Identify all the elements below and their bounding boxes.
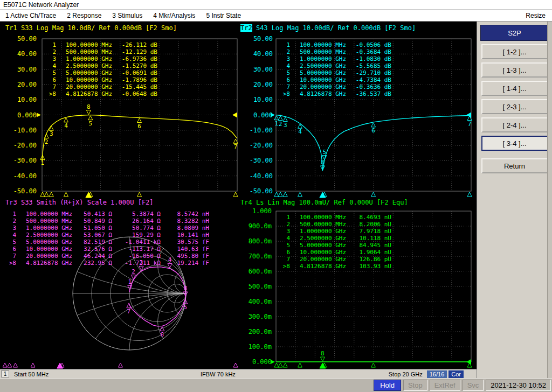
tr2-ref-arrow-left bbox=[271, 113, 275, 117]
softkey-1-2[interactable]: [ 1-2 ]... bbox=[481, 44, 548, 59]
tr2-stim-marker-2[interactable] bbox=[278, 192, 282, 197]
points-badge: 16/16 bbox=[427, 370, 447, 378]
tr3-stim-marker-6[interactable] bbox=[118, 363, 122, 367]
tr1-marker-row: 31.0000000 GHz-6.9736 dB bbox=[45, 55, 157, 62]
tr4-stim-marker-6[interactable] bbox=[371, 363, 376, 367]
channel-number: 1 bbox=[1, 370, 9, 377]
window-title: E5071C Network Analyzer bbox=[3, 1, 79, 9]
tr2-marker-label-3: 3 bbox=[284, 122, 287, 129]
tr1-marker-5 bbox=[88, 116, 93, 120]
tr3-marker-label-7: 7 bbox=[127, 308, 131, 315]
tr3-marker-label-8: 8 bbox=[184, 285, 188, 292]
tr1-ytick: 0.000 bbox=[17, 111, 37, 119]
tr1-ytick: 10.00 bbox=[17, 96, 37, 103]
tr1-marker-table: 1100.00000 MHz-26.112 dB2500.00000 MHz-1… bbox=[45, 41, 157, 97]
menu-active-ch-trace[interactable]: 1 Active Ch/Trace bbox=[0, 11, 61, 20]
tr4-ytick: 800.0m bbox=[249, 237, 272, 245]
menu-instr-state[interactable]: 5 Instr State bbox=[201, 11, 246, 20]
tr2-ytick: -50.00 bbox=[250, 187, 273, 195]
tr1-ytick: -40.00 bbox=[13, 172, 37, 180]
svc-status: Svc bbox=[463, 380, 484, 391]
tr1-marker-4 bbox=[64, 118, 68, 122]
tr1-ref-arrow-left bbox=[37, 113, 41, 117]
tr1-ytick: 50.00 bbox=[17, 35, 37, 43]
softkey-3-4[interactable]: [ 3-4 ]... bbox=[481, 136, 548, 151]
hold-status: Hold bbox=[374, 380, 401, 391]
tr4-stim-marker-1[interactable] bbox=[274, 363, 279, 367]
tr2-marker-row: 610.000000 GHz-4.7384 dB bbox=[279, 76, 391, 83]
tr2-title: Tr2 S43 Log Mag 10.00dB/ Ref 0.000dB [F2… bbox=[240, 24, 416, 32]
tr2-stim-marker-7[interactable] bbox=[467, 192, 472, 197]
analyzer-screen: 50.0040.0030.0020.0010.000.000-10.00-20.… bbox=[0, 22, 477, 369]
tr2-stim-marker-3[interactable] bbox=[283, 192, 287, 197]
system-bar: Hold Stop ExtRef Svc 2021-12-30 10:52 bbox=[0, 378, 552, 392]
tr4-stim-marker-4[interactable] bbox=[298, 363, 302, 367]
tr3-title: Tr3 S33 Smith (R+jX) Scale 1.000U [F2] bbox=[5, 199, 154, 206]
tr1-ytick: -20.00 bbox=[13, 142, 37, 149]
tr3-trace bbox=[129, 267, 185, 326]
tr4-stimulus-markers bbox=[274, 363, 472, 368]
tr2-stim-marker-6[interactable] bbox=[371, 192, 376, 197]
tr2-ytick: -40.00 bbox=[250, 172, 273, 180]
softkey-2-4[interactable]: [ 2-4 ]... bbox=[481, 117, 548, 132]
stop-status: Stop bbox=[403, 380, 427, 391]
tr3-stimulus-markers bbox=[3, 363, 238, 368]
tr1-marker-8 bbox=[86, 110, 91, 115]
correction-badge: Cor bbox=[448, 370, 464, 378]
tr1-ytick: 30.00 bbox=[17, 66, 37, 73]
tr2-stim-marker-4[interactable] bbox=[298, 192, 302, 197]
tr1-marker-label-1: 1 bbox=[41, 159, 45, 166]
tr3-stim-marker-1[interactable] bbox=[3, 363, 7, 367]
softkey-1-3[interactable]: [ 1-3 ]... bbox=[481, 62, 548, 78]
tr3-marker-table: 1100.00000 MHz50.413 Ω5.3874 Ω8.5742 nH2… bbox=[6, 211, 209, 267]
tr4-stim-marker-2[interactable] bbox=[278, 363, 282, 367]
app-window: E5071C Network Analyzer 1 Active Ch/Trac… bbox=[0, 0, 552, 392]
tr4-marker-row: >84.8126878 GHz103.93 nU bbox=[279, 263, 391, 270]
tr2-label-active: Tr2 bbox=[240, 24, 252, 32]
tr1-stim-marker-1[interactable] bbox=[40, 192, 45, 197]
tr1-stim-marker-2[interactable] bbox=[44, 192, 49, 197]
tr4-marker-row: 610.000000 GHz1.9064 nU bbox=[279, 249, 391, 256]
tr3-stim-marker-2[interactable] bbox=[8, 363, 12, 367]
tr3-marker-row: 55.0000000 GHz82.519 Ω-1.0411 kΩ30.575 f… bbox=[6, 239, 209, 246]
softkey-1-4[interactable]: [ 1-4 ]... bbox=[481, 81, 548, 96]
softkey-scrollbar[interactable] bbox=[547, 22, 552, 378]
softkey-2-3[interactable]: [ 2-3 ]... bbox=[481, 99, 548, 114]
tr2-marker-row: 1100.00000 MHz-0.0506 dB bbox=[279, 41, 391, 48]
tr1-marker-label-6: 6 bbox=[137, 123, 141, 130]
tr1-stim-marker-6[interactable] bbox=[137, 192, 142, 197]
tr2-stim-marker-1[interactable] bbox=[274, 192, 279, 197]
tr2-ytick: 40.00 bbox=[253, 50, 273, 58]
menu-response[interactable]: 2 Response bbox=[61, 11, 107, 20]
softkey-menu-title: S2P bbox=[480, 25, 549, 41]
tr4-ytick: 1.000 bbox=[252, 207, 272, 215]
tr3-marker-label-6: 6 bbox=[160, 331, 164, 338]
tr3-marker-row: 42.5000000 GHz53.067 Ω159.29 Ω10.141 nH bbox=[6, 232, 209, 239]
tr3-stim-marker-4[interactable] bbox=[31, 363, 35, 367]
menu-stimulus[interactable]: 3 Stimulus bbox=[107, 11, 148, 20]
menu-mkr-analysis[interactable]: 4 Mkr/Analysis bbox=[148, 11, 201, 20]
tr2-marker-row: 2500.00000 MHz-0.3684 dB bbox=[279, 48, 391, 55]
tr3-stim-marker-7[interactable] bbox=[233, 363, 238, 367]
tr1-marker-label-7: 7 bbox=[234, 143, 238, 150]
tr4-marker-table: 1100.00000 MHz8.4693 nU2500.00000 MHz8.2… bbox=[279, 214, 391, 270]
tr3-title-text: S33 Smith (R+jX) Scale 1.000U [F2] bbox=[17, 199, 154, 206]
tr4-stim-marker-3[interactable] bbox=[283, 363, 287, 367]
tr4-ytick: 300.0m bbox=[249, 313, 272, 320]
softkey-return-button[interactable]: Return bbox=[481, 158, 548, 173]
tr1-stim-marker-4[interactable] bbox=[64, 192, 68, 197]
tr4-marker-row: 31.0000000 GHz7.9718 nU bbox=[279, 228, 391, 235]
tr4-marker-8 bbox=[320, 357, 325, 361]
tr1-stim-marker-7[interactable] bbox=[233, 192, 238, 197]
tr4-ytick: 0.000 bbox=[252, 358, 272, 366]
menu-bar: 1 Active Ch/Trace 2 Response 3 Stimulus … bbox=[0, 10, 552, 22]
tr2-marker-label-2: 2 bbox=[279, 121, 282, 128]
tr3-marker-row: 1100.00000 MHz50.413 Ω5.3874 Ω8.5742 nH bbox=[6, 211, 209, 218]
tr3-stim-marker-3[interactable] bbox=[13, 363, 18, 367]
tr4-marker-row: 2500.00000 MHz8.2006 nU bbox=[279, 221, 391, 228]
tr1-marker-label-4: 4 bbox=[64, 122, 68, 129]
tr1-marker-row: 55.0000000 GHz-0.0691 dB bbox=[45, 69, 157, 76]
tr1-stim-marker-3[interactable] bbox=[49, 192, 53, 197]
menu-resize[interactable]: Resize bbox=[519, 11, 552, 20]
tr2-ytick: 10.00 bbox=[253, 96, 273, 103]
